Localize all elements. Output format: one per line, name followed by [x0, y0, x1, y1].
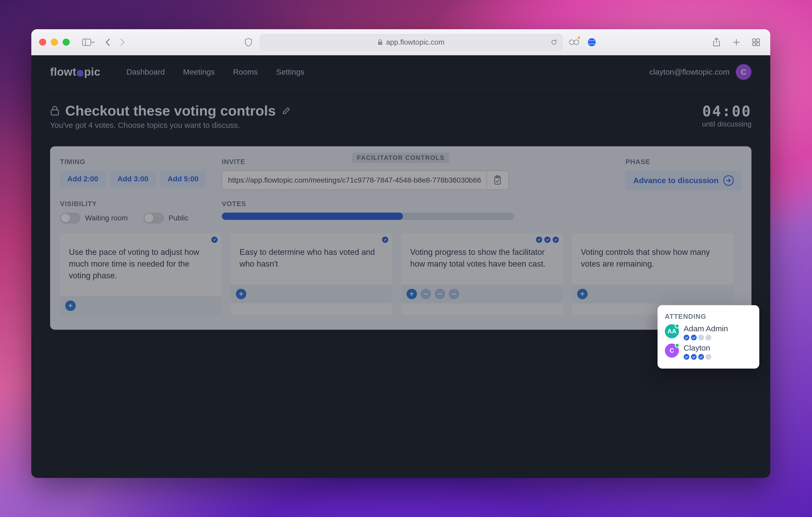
url-host: app.flowtopic.com — [386, 38, 444, 47]
new-tab-icon[interactable] — [730, 36, 743, 49]
tab-overview-icon[interactable] — [750, 36, 762, 49]
svg-rect-8 — [757, 39, 759, 42]
nav-dashboard[interactable]: Dashboard — [126, 67, 165, 77]
vote-used-icon — [684, 335, 689, 340]
public-label: Public — [169, 214, 188, 222]
svg-rect-9 — [753, 43, 756, 45]
facilitator-badge: FACILITATOR CONTROLS — [352, 153, 449, 163]
vote-empty-icon — [705, 354, 711, 360]
lock-icon — [50, 105, 59, 116]
page-subtitle: You've got 4 votes. Choose topics you wa… — [50, 121, 702, 130]
logo-text-right: pic — [84, 66, 100, 78]
phase-timer: 04:00 until discussing — [702, 102, 751, 128]
nav-meetings[interactable]: Meetings — [183, 67, 215, 77]
add-time-2-button[interactable]: Add 2:00 — [60, 171, 106, 187]
app-header: flowtpic Dashboard Meetings Rooms Settin… — [31, 55, 770, 89]
svg-rect-2 — [378, 42, 382, 45]
privacy-report-icon[interactable] — [242, 36, 255, 49]
invite-url-input[interactable] — [222, 171, 486, 190]
topic-card[interactable]: Easy to determine who has voted and who … — [231, 234, 393, 315]
attending-label: ATTENDING — [665, 312, 752, 321]
main-nav: Dashboard Meetings Rooms Settings — [126, 67, 304, 77]
timer-value: 04:00 — [702, 102, 751, 119]
nav-rooms[interactable]: Rooms — [233, 67, 258, 77]
votes-progress-bar — [222, 213, 514, 220]
presence-indicator — [675, 324, 679, 328]
lock-icon — [378, 39, 383, 45]
attendee-avatar: AA — [665, 324, 679, 338]
topic-card[interactable]: Voting controls that show how many votes… — [572, 234, 734, 315]
attendee-vote-dots — [684, 335, 752, 340]
topic-text: Voting controls that show how many votes… — [572, 244, 734, 284]
phase-label: PHASE — [626, 158, 742, 166]
add-vote-button[interactable]: + — [577, 289, 588, 299]
advance-phase-button[interactable]: Advance to discussion — [626, 171, 742, 190]
timer-label: until discussing — [702, 120, 751, 128]
back-button[interactable] — [102, 36, 114, 49]
add-vote-button[interactable]: + — [407, 289, 417, 299]
add-time-3-button[interactable]: Add 3:00 — [110, 171, 155, 187]
topic-card[interactable]: Use the pace of voting to adjust how muc… — [60, 234, 222, 315]
topic-card[interactable]: Voting progress to show the facilitator … — [401, 234, 563, 315]
share-icon[interactable] — [710, 36, 723, 49]
topic-text: Easy to determine who has voted and who … — [231, 244, 393, 284]
user-email[interactable]: clayton@flowtopic.com — [649, 67, 729, 77]
svg-rect-11 — [51, 110, 58, 115]
reload-icon[interactable] — [550, 39, 558, 46]
remove-vote-button[interactable] — [435, 289, 445, 299]
vote-check-icon — [536, 237, 542, 243]
copy-invite-button[interactable] — [486, 171, 509, 190]
edit-icon[interactable] — [282, 105, 291, 116]
svg-rect-10 — [757, 43, 759, 45]
advance-phase-label: Advance to discussion — [633, 176, 719, 185]
logo-dot-icon — [77, 70, 84, 77]
remove-vote-button[interactable] — [449, 289, 459, 299]
sidebar-toggle-button[interactable] — [82, 36, 95, 49]
logo-text-left: flowt — [50, 66, 76, 78]
vote-empty-icon — [698, 335, 704, 340]
extensions-icon[interactable]: ▲ — [568, 36, 580, 49]
attendee-name: Clayton — [684, 343, 752, 353]
attendee-row: AAAdam Admin — [665, 324, 752, 340]
svg-rect-7 — [753, 39, 756, 42]
close-window-button[interactable] — [39, 39, 46, 45]
address-bar[interactable]: app.flowtopic.com — [260, 34, 562, 50]
zoom-window-button[interactable] — [63, 39, 70, 45]
arrow-right-circle-icon — [723, 175, 734, 186]
topic-text: Voting progress to show the facilitator … — [401, 244, 563, 284]
safari-window: app.flowtopic.com ▲ flowtpic Dashboard — [31, 29, 770, 478]
timing-label: TIMING — [60, 158, 206, 166]
svg-rect-0 — [83, 39, 91, 45]
attending-panel: ATTENDING AAAdam AdminCClayton — [658, 305, 759, 369]
vote-used-icon — [691, 335, 697, 340]
nav-settings[interactable]: Settings — [276, 67, 304, 77]
forward-button[interactable] — [116, 36, 128, 49]
window-controls — [39, 39, 70, 45]
vote-used-icon — [698, 354, 704, 360]
remove-vote-button[interactable] — [420, 289, 431, 299]
presence-indicator — [675, 343, 679, 348]
public-toggle[interactable] — [144, 213, 164, 223]
votes-label: VOTES — [222, 200, 632, 208]
user-avatar[interactable]: C — [736, 64, 751, 80]
add-time-5-button[interactable]: Add 5:00 — [161, 171, 206, 187]
add-vote-button[interactable]: + — [65, 301, 76, 311]
extension-globe-icon[interactable] — [585, 36, 598, 49]
facilitator-panel: FACILITATOR CONTROLS TIMING Add 2:00 Add… — [50, 146, 751, 330]
app-logo[interactable]: flowtpic — [50, 66, 100, 78]
add-vote-button[interactable]: + — [236, 289, 246, 299]
browser-toolbar: app.flowtopic.com ▲ — [31, 29, 770, 55]
vote-check-icon — [211, 237, 218, 243]
page-title: Checkout these voting controls — [65, 102, 276, 119]
visibility-label: VISIBILITY — [60, 200, 206, 208]
topic-cards: Use the pace of voting to adjust how muc… — [60, 234, 742, 315]
minimize-window-button[interactable] — [51, 39, 58, 45]
waiting-room-toggle[interactable] — [60, 213, 80, 223]
svg-point-3 — [569, 40, 574, 44]
vote-check-icon — [544, 237, 551, 243]
attendee-row: CClayton — [665, 343, 752, 360]
svg-point-4 — [574, 40, 579, 44]
attendee-avatar: C — [665, 343, 679, 358]
vote-empty-icon — [705, 335, 711, 340]
waiting-room-label: Waiting room — [85, 214, 128, 222]
